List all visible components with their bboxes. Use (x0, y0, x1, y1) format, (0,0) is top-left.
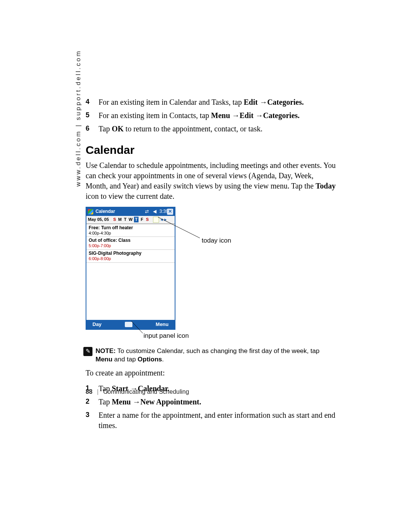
step-body: For an existing item in Contacts, tap Me… (99, 110, 337, 121)
note-pre: To customize Calendar, such as changing … (116, 347, 320, 355)
device-softkey-bar: Day Menu (86, 320, 175, 329)
svg-line-1 (131, 321, 143, 333)
calendar-screenshot-figure: Calendar ⇄ ◀ 3:39 ✕ May 05, 05 S M T W T… (86, 207, 337, 344)
volume-icon[interactable]: ◀ (152, 208, 157, 214)
dow-thu-active[interactable]: T (134, 217, 139, 222)
dow-sun[interactable]: S (113, 217, 116, 222)
step-number: 6 (86, 124, 99, 134)
step-number: 3 (86, 410, 99, 431)
note-bold-2: Options (138, 356, 162, 363)
step-number: 2 (86, 397, 99, 407)
footer-separator: | (97, 388, 99, 395)
note-icon: ✎ (83, 347, 92, 356)
window-title: Calendar (96, 208, 142, 214)
sync-icon[interactable]: ⇄ (144, 208, 150, 214)
step-body: For an existing item in Calendar and Tas… (99, 97, 337, 107)
step-bold: Edit →Categories. (244, 98, 304, 106)
note-label: NOTE: (96, 347, 116, 355)
dow-fri[interactable]: F (140, 217, 144, 222)
top-steps-list: 4 For an existing item in Calendar and T… (86, 97, 337, 134)
appt-time: 5:00p-7:00p (89, 243, 172, 249)
current-date: May 05, 05 (88, 217, 109, 222)
step-text: Tap (99, 125, 112, 133)
intro-paragraph: Use Calendar to schedule appointments, i… (86, 160, 337, 201)
svg-line-0 (158, 217, 200, 238)
intro-bold: Today (315, 182, 336, 190)
step-body: Enter a name for the appointment, and en… (99, 410, 337, 431)
softkey-right[interactable]: Menu (156, 321, 169, 328)
page-content: 4 For an existing item in Calendar and T… (86, 97, 337, 439)
step-bold: Menu →Edit →Categories. (211, 111, 300, 120)
side-url-text: www.dell.com | support.dell.com (75, 50, 82, 187)
list-item: 5 For an existing item in Contacts, tap … (86, 110, 337, 121)
step-number: 4 (86, 97, 99, 107)
step-number: 5 (86, 110, 99, 121)
step-bold: OK (112, 125, 124, 133)
step-text: For an existing item in Contacts, tap (99, 111, 211, 120)
section-heading: Calendar (86, 142, 337, 158)
chapter-name: Communicating and Scheduling (103, 388, 189, 395)
empty-space (86, 263, 175, 320)
step-suffix: to return to the appointment, contact, o… (124, 125, 263, 133)
step-body: Tap Menu →New Appointment. (99, 397, 337, 407)
list-item: 6 Tap OK to return to the appointment, c… (86, 124, 337, 134)
clock-time: 3:39 (159, 208, 165, 214)
step-text: For an existing item in Calendar and Tas… (99, 98, 244, 106)
softkey-left[interactable]: Day (92, 321, 102, 328)
step-text: Tap (99, 398, 112, 406)
dow-sat[interactable]: S (145, 217, 149, 222)
page-number: 88 (86, 388, 92, 395)
list-item: 2 Tap Menu →New Appointment. (86, 397, 337, 407)
step-body: Tap OK to return to the appointment, con… (99, 124, 337, 134)
step-text: Enter a name for the appointment, and en… (99, 411, 335, 430)
start-icon[interactable] (88, 209, 93, 214)
appt-subject: SIG-Digital Photography (89, 251, 172, 256)
list-item[interactable]: SIG-Digital Photography 6:00p-8:00p (86, 250, 175, 263)
intro-suffix: icon to view the current date. (86, 192, 174, 200)
list-item: 3 Enter a name for the appointment, and … (86, 410, 337, 431)
device-titlebar: Calendar ⇄ ◀ 3:39 ✕ (86, 208, 175, 216)
intro-text: Use Calendar to schedule appointments, i… (86, 161, 336, 190)
appt-time: 6:00p-8:00p (89, 256, 172, 262)
note-end: . (162, 356, 164, 363)
list-item: 4 For an existing item in Calendar and T… (86, 97, 337, 107)
note-block: ✎ NOTE: To customize Calendar, such as c… (83, 347, 337, 364)
note-bold-1: Menu (96, 356, 112, 363)
callout-input-panel-label: input panel icon (143, 332, 189, 340)
dow-tue[interactable]: T (123, 217, 127, 222)
note-body: NOTE: To customize Calendar, such as cha… (96, 347, 337, 364)
dow-mon[interactable]: M (118, 217, 122, 222)
callout-today-label: today icon (202, 236, 231, 245)
page-footer: 88 | Communicating and Scheduling (86, 388, 189, 395)
create-intro: To create an appointment: (86, 368, 337, 378)
callout-line-today (158, 217, 204, 242)
step-bold: Menu →New Appointment. (112, 398, 201, 406)
dow-wed[interactable]: W (129, 217, 132, 222)
note-mid: and tap (112, 356, 137, 363)
close-icon[interactable]: ✕ (167, 209, 173, 215)
